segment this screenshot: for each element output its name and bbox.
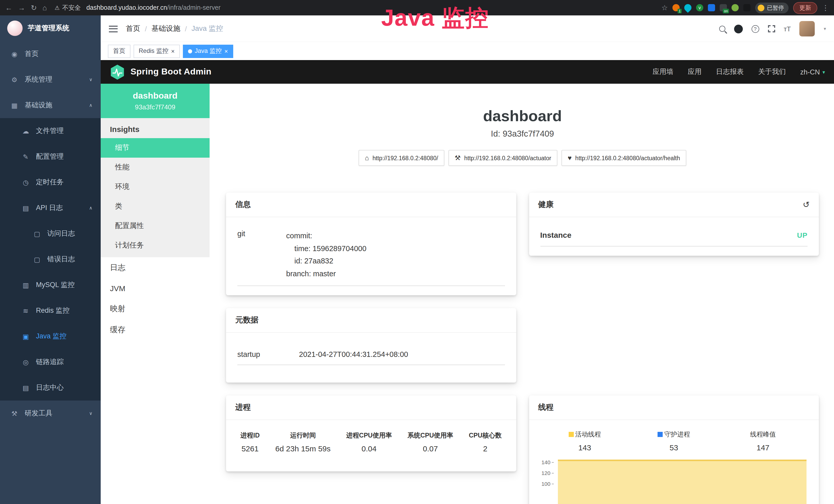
sba-menu-logging[interactable]: 日志 (101, 257, 210, 278)
sidebar-item-log-center[interactable]: 日志中心 (0, 375, 101, 400)
sidebar-item-tracing[interactable]: 链路追踪 (0, 349, 101, 375)
threads-chart-yaxis: 140 120 100 (540, 458, 557, 504)
chrome-update-button[interactable]: 更新 (793, 2, 817, 14)
instance-url-button[interactable]: http://192.168.0.2:48080/ (358, 150, 444, 166)
actuator-url-button[interactable]: http://192.168.0.2:48080/actuator (448, 150, 557, 166)
app-logo[interactable]: 芋道管理系统 (0, 16, 101, 41)
extension-icon[interactable]: 1 (673, 4, 680, 11)
tab-redis-monitor[interactable]: Redis 监控 (134, 44, 180, 58)
help-icon[interactable] (751, 25, 759, 32)
breadcrumb-home[interactable]: 首页 (126, 24, 140, 33)
health-card-title: 健康 (538, 200, 553, 209)
tab-home[interactable]: 首页 (108, 44, 130, 58)
close-icon[interactable] (224, 47, 228, 55)
v-extension-icon[interactable] (696, 4, 703, 11)
chevron-down-icon[interactable] (824, 26, 826, 31)
sba-insights-group: Insights 细节 性能 环境 类 配置属性 计划任务 (101, 118, 210, 257)
collapse-sidebar-icon[interactable] (109, 25, 118, 32)
sidebar-item-infrastructure[interactable]: 基础设施 (0, 92, 101, 118)
logo-avatar (7, 21, 23, 36)
sba-instance-block[interactable]: dashboard 93a3fc7f7409 (101, 84, 210, 118)
sidebar-item-scheduled-tasks[interactable]: 定时任务 (0, 169, 101, 195)
sba-main: dashboard Id: 93a3fc7f7409 http://192.16… (210, 84, 834, 504)
sidebar-item-files[interactable]: 文件管理 (0, 118, 101, 144)
address-bar[interactable]: dashboard.yudao.iocoder.cn/infra/admin-s… (86, 4, 221, 11)
sidebar-item-error-logs[interactable]: 错误日志 (0, 247, 101, 272)
leaf-extension-icon[interactable] (731, 4, 739, 11)
threads-card-title: 线程 (538, 402, 553, 412)
process-col-header: 进程ID (239, 428, 261, 442)
sba-menu-mappings[interactable]: 映射 (101, 298, 210, 319)
metadata-row-startup: startup 2021-04-27T00:44:31.254+08:00 (237, 342, 505, 365)
sidebar-item-label: Redis 监控 (36, 306, 70, 315)
bookmark-star-icon[interactable] (661, 3, 668, 12)
sidebar-item-redis-monitor[interactable]: Redis 监控 (0, 298, 101, 323)
sba-menu-insights[interactable]: Insights (101, 118, 210, 138)
browser-back-icon[interactable] (5, 4, 12, 11)
sba-menu-details[interactable]: 细节 (101, 138, 210, 158)
site-security-chip[interactable]: 不安全 (54, 3, 81, 12)
browser-reload-icon[interactable] (31, 4, 37, 11)
access-log-icon (33, 230, 41, 237)
ytick-100: 100 (542, 480, 553, 486)
tab-java-monitor[interactable]: Java 监控 (183, 44, 233, 58)
sba-nav-about[interactable]: 关于我们 (758, 67, 786, 76)
extension-on-badge: on (723, 9, 729, 13)
sba-brand-title[interactable]: Spring Boot Admin (130, 67, 212, 77)
sba-nav-journal[interactable]: 日志报表 (716, 67, 744, 76)
sidebar-item-label: 研发工具 (25, 409, 52, 418)
browser-forward-icon[interactable] (18, 4, 25, 11)
annotation-java-monitor: Java 监控 (381, 3, 489, 33)
font-size-icon[interactable] (784, 25, 791, 32)
health-url-button[interactable]: http://192.168.0.2:48080/actuator/health (562, 150, 686, 166)
process-card-header: 进程 (226, 395, 516, 420)
threads-chart: 140 120 100 (540, 458, 808, 504)
search-icon[interactable] (719, 26, 725, 32)
sidebar-item-access-logs[interactable]: 访问日志 (0, 221, 101, 247)
sba-language-select[interactable]: zh-CN (800, 68, 825, 76)
sidebar-item-home[interactable]: 首页 (0, 41, 101, 67)
sba-menu-scheduled-tasks[interactable]: 计划任务 (101, 236, 210, 255)
health-card: 健康 Instance UP (529, 192, 819, 256)
app-sidebar: 芋道管理系统 首页 系统管理 基础设施 文件管理 配置 (0, 16, 101, 504)
sba-menu-caches[interactable]: 缓存 (101, 319, 210, 340)
history-icon[interactable] (803, 200, 810, 209)
cards-grid: 信息 git commit: time: 1596289704000 id: 2… (226, 192, 819, 504)
paused-chip[interactable]: 已暂停 (755, 2, 789, 13)
timer-icon (22, 179, 30, 186)
sba-body: dashboard 93a3fc7f7409 Insights 细节 性能 环境… (101, 84, 834, 504)
sidebar-item-java-monitor[interactable]: Java 监控 (0, 323, 101, 349)
puzzle-extension-icon[interactable] (743, 4, 750, 11)
colorpicker-extension-icon[interactable] (683, 3, 693, 13)
sba-nav-wallboard[interactable]: 应用墙 (652, 67, 673, 76)
breadcrumb-infrastructure[interactable]: 基础设施 (152, 24, 180, 33)
health-instance-row[interactable]: Instance UP (540, 222, 808, 247)
fullscreen-icon[interactable] (768, 25, 775, 32)
sba-menu-jvm[interactable]: JVM (101, 278, 210, 298)
sidebar-item-api-logs[interactable]: API 日志 (0, 195, 101, 221)
process-col-header: 进程CPU使用率 (345, 428, 393, 442)
user-avatar[interactable] (799, 21, 815, 37)
sidebar-item-mysql-monitor[interactable]: MySQL 监控 (0, 272, 101, 298)
sba-nav-applications[interactable]: 应用 (687, 67, 701, 76)
mysql-icon (22, 281, 30, 289)
metadata-row-value: 2021-04-27T00:44:31.254+08:00 (299, 350, 408, 358)
ytick-120: 120 (542, 469, 553, 476)
sba-menu-config-props[interactable]: 配置属性 (101, 216, 210, 236)
sidebar-item-config[interactable]: 配置管理 (0, 144, 101, 169)
threads-card-header: 线程 (529, 395, 819, 420)
browser-menu-icon[interactable] (822, 3, 829, 12)
sba-menu-metrics[interactable]: 性能 (101, 158, 210, 177)
browser-home-icon[interactable] (42, 4, 47, 11)
sidebar-item-system[interactable]: 系统管理 (0, 67, 101, 92)
switch-extension-icon[interactable]: on (720, 4, 727, 11)
close-icon[interactable] (171, 47, 175, 55)
heart-icon (568, 155, 571, 161)
sidebar-item-label: 首页 (25, 49, 39, 59)
threads-card-body: 活动线程 143 守护进程 53 线程峰值 14 (529, 420, 819, 504)
github-icon[interactable] (734, 24, 743, 33)
sba-menu-beans[interactable]: 类 (101, 197, 210, 216)
sba-menu-environment[interactable]: 环境 (101, 177, 210, 197)
sidebar-item-devtools[interactable]: 研发工具 (0, 400, 101, 426)
grid-extension-icon[interactable] (708, 4, 715, 11)
